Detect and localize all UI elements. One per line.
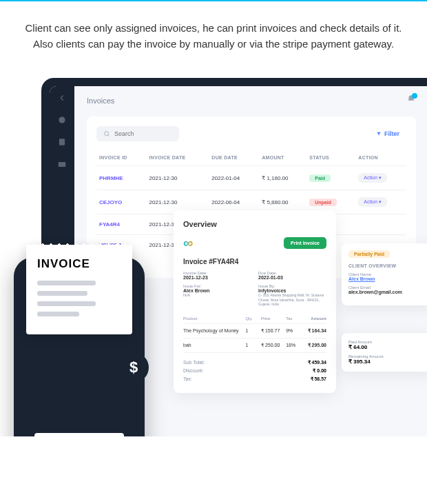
action-button[interactable]: Action ▾ — [358, 197, 386, 207]
svg-rect-2 — [59, 162, 66, 167]
action-button[interactable]: Action ▾ — [358, 173, 386, 183]
col-action: ACTION — [355, 150, 406, 166]
print-button[interactable]: Print Invoice — [284, 237, 326, 249]
invoice-number: Invoice #FYA4R4 — [183, 258, 326, 265]
client-overview-card: Partially Paid CLIENT OVERVIEW Client Na… — [342, 243, 427, 305]
invoices-icon[interactable] — [57, 137, 67, 147]
amounts-card: Paid Amount ₹ 64.00 Remaining Amount ₹ 3… — [342, 333, 427, 372]
status-badge: Partially Paid — [348, 250, 390, 258]
phone-illustration: INVOICE $ — [14, 257, 145, 436]
page-description: Client can see only assigned invoices, h… — [0, 1, 427, 64]
dashboard-icon[interactable] — [57, 115, 67, 125]
col-date: INVOICE DATE — [147, 150, 209, 166]
card-icon[interactable] — [57, 159, 67, 169]
svg-rect-1 — [59, 139, 65, 145]
dollar-icon: $ — [118, 352, 149, 383]
col-id: INVOICE ID — [96, 150, 147, 166]
svg-point-3 — [105, 132, 109, 136]
product-row: The Psychology of Money1₹ 150.779%₹ 164.… — [183, 324, 326, 339]
search-input[interactable] — [96, 126, 179, 141]
overview-title: Overview — [183, 220, 326, 228]
client-name-link[interactable]: Alex Brown — [348, 276, 375, 281]
product-row: bah1₹ 250.0018%₹ 295.00 — [183, 339, 326, 353]
notification-bell[interactable] — [406, 94, 416, 107]
svg-point-0 — [59, 117, 65, 123]
search-icon — [103, 130, 110, 137]
table-row[interactable]: PHRMHE2021-12-302022-01-04₹ 1,180.00Paid… — [96, 166, 406, 190]
col-status: STATUS — [306, 150, 355, 166]
page-title: Invoices — [87, 97, 114, 105]
logo-icon: ∞ — [183, 235, 193, 251]
invoice-label: INVOICE — [37, 257, 121, 271]
col-amount: AMOUNT — [259, 150, 306, 166]
filter-button[interactable]: Filter — [369, 126, 406, 141]
back-icon[interactable] — [57, 93, 67, 103]
filter-icon — [376, 131, 382, 137]
col-due: DUE DATE — [209, 150, 259, 166]
overview-card: Overview ∞ Print Invoice Invoice #FYA4R4… — [174, 210, 336, 393]
